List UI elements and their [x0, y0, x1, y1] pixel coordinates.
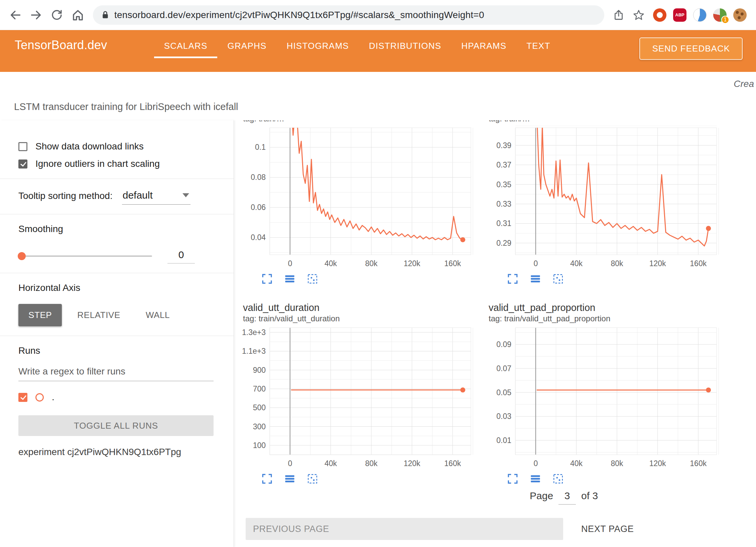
tab-distributions[interactable]: DISTRIBUTIONS [359, 35, 451, 58]
svg-text:1.3e+3: 1.3e+3 [242, 328, 266, 337]
abp-label: ABP [675, 12, 684, 17]
app-header: TensorBoard.dev SCALARS GRAPHS HISTOGRAM… [0, 30, 756, 72]
tooltip-sorting-value: default [123, 190, 153, 201]
smoothing-label: Smoothing [18, 224, 214, 234]
runs-label: Runs [18, 345, 214, 356]
chart-card: tag: train/…0.040.060.080.1040k80k120k16… [242, 120, 480, 284]
page-of-label: of 3 [581, 490, 598, 502]
svg-text:0: 0 [533, 459, 538, 468]
axis-relative-button[interactable]: RELATIVE [67, 304, 130, 326]
slider-thumb[interactable] [18, 252, 26, 260]
url-text[interactable]: tensorboard.dev/experiment/cj2vtPiwQHKN9… [114, 10, 484, 20]
app-logo: TensorBoard.dev [15, 38, 107, 52]
divider [0, 336, 234, 336]
tab-graphs[interactable]: GRAPHS [217, 35, 276, 58]
chart-plot[interactable]: 0.290.310.330.350.370.39040k80k120k160k [488, 126, 722, 269]
tooltip-sorting-select[interactable]: default [122, 188, 191, 205]
page-number-input[interactable] [558, 490, 576, 505]
run-color-swatch-icon [35, 393, 44, 402]
svg-text:120k: 120k [649, 459, 666, 468]
svg-text:0.37: 0.37 [496, 160, 511, 169]
experiment-id-text: experiment cj2vtPiwQHKN9Q1tx6PTpg [18, 447, 214, 457]
reload-icon[interactable] [51, 9, 63, 21]
toggle-y-axis-icon[interactable] [284, 473, 295, 484]
toggle-y-axis-icon[interactable] [530, 274, 541, 284]
fit-domain-icon[interactable] [307, 274, 318, 284]
cookie-extension-icon[interactable] [733, 8, 747, 22]
svg-text:120k: 120k [404, 259, 420, 268]
next-page-button[interactable]: NEXT PAGE [579, 524, 636, 535]
expand-icon[interactable] [507, 274, 518, 284]
chart-plot[interactable]: 0.010.030.050.070.09040k80k120k160k [488, 326, 722, 469]
svg-text:120k: 120k [404, 459, 420, 468]
experiment-header: Crea LSTM transducer training for LibriS… [0, 72, 756, 120]
runs-filter-input[interactable] [18, 361, 214, 381]
expand-icon[interactable] [262, 274, 272, 284]
run-row[interactable]: . [18, 392, 214, 403]
toggle-y-axis-icon[interactable] [530, 473, 541, 484]
smoothing-slider[interactable] [18, 255, 152, 257]
expand-icon[interactable] [262, 473, 272, 484]
content-area: Show data download links Ignore outliers… [0, 120, 756, 547]
svg-text:0.03: 0.03 [496, 412, 511, 421]
svg-text:40k: 40k [325, 459, 337, 468]
home-icon[interactable] [72, 9, 84, 21]
chart-toolbar [507, 274, 725, 284]
svg-text:80k: 80k [365, 459, 378, 468]
settings-sidebar: Show data download links Ignore outliers… [0, 120, 234, 547]
fit-domain-icon[interactable] [307, 473, 318, 484]
adblocker-extension-icon[interactable] [653, 8, 666, 22]
svg-text:40k: 40k [570, 459, 583, 468]
checkbox-checked-icon[interactable] [18, 159, 27, 169]
tab-histograms[interactable]: HISTOGRAMS [276, 35, 359, 58]
svg-text:160k: 160k [690, 259, 707, 268]
svg-text:0.29: 0.29 [496, 239, 511, 247]
chart-tag: tag: train/valid_utt_duration [243, 314, 480, 324]
profile-avatar[interactable]: 1 [713, 8, 727, 22]
pie-extension-icon[interactable] [693, 8, 707, 22]
back-icon[interactable] [9, 9, 21, 21]
chart-card: valid_utt_pad_proportiontag: train/valid… [488, 302, 725, 484]
chart-plot[interactable]: 0.040.060.080.1040k80k120k160k [242, 126, 476, 269]
tab-text[interactable]: TEXT [516, 35, 560, 58]
smoothing-value-input[interactable] [167, 248, 195, 263]
svg-text:500: 500 [253, 403, 266, 412]
svg-text:900: 900 [253, 366, 266, 374]
axis-step-button[interactable]: STEP [18, 304, 62, 326]
axis-wall-button[interactable]: WALL [136, 304, 180, 326]
toggle-y-axis-icon[interactable] [284, 274, 295, 284]
checkbox-unchecked-icon[interactable] [18, 142, 27, 151]
svg-text:0.06: 0.06 [251, 203, 266, 212]
share-icon[interactable] [613, 9, 624, 21]
send-feedback-button[interactable]: SEND FEEDBACK [639, 37, 743, 60]
horizontal-axis-label: Horizontal Axis [18, 283, 214, 293]
charts-grid: tag: train/…0.040.060.080.1040k80k120k16… [242, 120, 756, 484]
tab-hparams[interactable]: HPARAMS [451, 35, 516, 58]
smoothing-row [18, 248, 214, 263]
address-bar[interactable]: tensorboard.dev/experiment/cj2vtPiwQHKN9… [93, 5, 604, 25]
expand-icon[interactable] [507, 473, 518, 484]
svg-text:40k: 40k [325, 259, 337, 268]
chart-plot[interactable]: 1003005007009001.1e+31.3e+3040k80k120k16… [242, 326, 476, 469]
chart-tag: tag: train/… [243, 120, 480, 124]
forward-icon[interactable] [30, 9, 42, 21]
show-download-links-checkbox-row[interactable]: Show data download links [18, 141, 214, 152]
fit-domain-icon[interactable] [553, 473, 563, 484]
svg-text:0.01: 0.01 [496, 436, 511, 445]
svg-text:0: 0 [288, 259, 292, 268]
tab-scalars[interactable]: SCALARS [154, 35, 218, 58]
bookmark-star-icon[interactable] [633, 9, 644, 21]
svg-text:0: 0 [288, 459, 292, 468]
scalars-dashboard: tag: train/…0.040.060.080.1040k80k120k16… [234, 120, 756, 547]
ignore-outliers-checkbox-row[interactable]: Ignore outliers in chart scaling [18, 158, 214, 169]
previous-page-button[interactable]: PREVIOUS PAGE [246, 518, 563, 540]
chart-tag: tag: train/valid_utt_pad_proportion [489, 314, 725, 324]
page-label: Page [530, 490, 553, 502]
chart-toolbar [262, 274, 480, 284]
svg-text:700: 700 [253, 385, 266, 393]
svg-text:120k: 120k [649, 259, 666, 268]
fit-domain-icon[interactable] [553, 274, 563, 284]
toggle-all-runs-button[interactable]: TOGGLE ALL RUNS [18, 415, 214, 436]
abp-extension-icon[interactable]: ABP [673, 8, 686, 22]
run-checkbox-checked-icon[interactable] [18, 393, 27, 402]
